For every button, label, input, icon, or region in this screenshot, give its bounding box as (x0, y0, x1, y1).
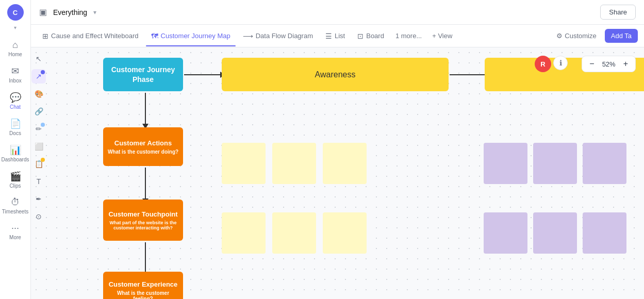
list-tab-label: List (335, 32, 345, 40)
customer-experience-block[interactable]: Customer Experience What is the customer… (103, 272, 183, 299)
arrow-v-line-1 (145, 93, 146, 124)
cause-effect-tab-icon: ⊞ (42, 32, 48, 40)
zoom-out-button[interactable]: − (586, 58, 597, 70)
customize-label: Customize (565, 32, 596, 40)
sidebar-item-docs-label: Docs (9, 130, 21, 136)
sticky-note-p1[interactable] (484, 143, 527, 184)
ce-title: Customer Experience (109, 280, 178, 288)
arrow-line-2 (450, 74, 486, 75)
cursor-tool[interactable]: ↗ (31, 69, 46, 84)
tab-customer-journey[interactable]: 🗺 Customer Journey Map (146, 29, 236, 43)
tab-cause-effect[interactable]: ⊞ Cause and Effect Whiteboard (37, 29, 144, 43)
share-button[interactable]: Share (600, 5, 636, 20)
sticky-note-p4[interactable] (484, 212, 527, 254)
home-icon: ⌂ (12, 40, 18, 51)
customer-touchpoint-block[interactable]: Customer Touchpoint What part of the web… (103, 200, 183, 241)
list-tab-icon: ☰ (325, 32, 332, 40)
canvas-user-avatar: R (535, 56, 551, 72)
customize-button[interactable]: ⚙ Customize (552, 30, 600, 42)
ct-title: Customer Touchpoint (108, 210, 177, 218)
sidebar-item-dashboards-label: Dashboards (2, 157, 29, 162)
note-tool[interactable]: 📋 (31, 157, 46, 171)
sticky-note-p3[interactable] (583, 143, 626, 184)
sidebar-item-docs[interactable]: 📄 Docs (2, 115, 29, 139)
color-tool[interactable]: 🎨 (31, 87, 46, 101)
network-tool[interactable]: ⊙ (31, 209, 46, 224)
canvas-info-button[interactable]: ℹ (553, 56, 568, 70)
dashboards-icon: 📊 (10, 144, 21, 156)
sidebar: C ▾ ⌂ Home ✉ Inbox 💬 Chat 📄 Docs 📊 Dashb… (0, 0, 31, 299)
ca-sub: What is the customer doing? (108, 149, 178, 155)
awareness-block[interactable]: Awareness (222, 58, 449, 91)
cjp-block-text: Customer Journey Phase (107, 65, 179, 84)
customer-journey-tab-label: Customer Journey Map (161, 32, 230, 40)
select-tool[interactable]: ↖ (31, 52, 46, 66)
customer-journey-phase-block[interactable]: Customer Journey Phase (103, 58, 183, 91)
text-tool[interactable]: T (31, 174, 46, 189)
sidebar-item-more[interactable]: ··· More (2, 220, 29, 243)
note-dot (41, 158, 45, 162)
sticky-note-p6[interactable] (583, 212, 626, 254)
awareness-text: Awareness (315, 70, 356, 79)
tabbar: ⊞ Cause and Effect Whiteboard 🗺 Customer… (31, 25, 644, 47)
header-chevron-icon[interactable]: ▾ (93, 9, 96, 16)
add-tab-button[interactable]: Add Ta (605, 29, 638, 43)
tab-view-button[interactable]: + View (428, 29, 456, 43)
board-tab-icon: ⊡ (357, 32, 364, 40)
avatar[interactable]: C (7, 4, 24, 21)
sticky-note-y3[interactable] (323, 143, 367, 184)
arrow-cjp-to-awareness (184, 72, 225, 78)
sticky-note-p5[interactable] (533, 212, 577, 254)
sidebar-item-inbox-label: Inbox (9, 78, 21, 84)
arrow-down-1 (142, 93, 148, 129)
tabbar-right: ⚙ Customize Add Ta (552, 29, 638, 43)
sidebar-item-inbox[interactable]: ✉ Inbox (2, 62, 29, 87)
sidebar-item-home-label: Home (8, 52, 22, 57)
sticky-note-p2[interactable] (533, 143, 577, 184)
left-tools: ↖ ↗ 🎨 🔗 ✏ ⬜ 📋 T ✒ ⊙ (31, 47, 46, 299)
docs-icon: 📄 (10, 118, 21, 129)
tab-list[interactable]: ☰ List (320, 29, 350, 43)
ca-title: Customer Actions (114, 139, 172, 147)
sticky-note-y1[interactable] (222, 143, 266, 184)
sidebar-item-home[interactable]: ⌂ Home (2, 37, 29, 60)
tab-board[interactable]: ⊡ Board (352, 29, 389, 43)
canvas[interactable]: ↖ ↗ 🎨 🔗 ✏ ⬜ 📋 T ✒ ⊙ R ℹ − (31, 47, 644, 299)
draw-tool[interactable]: ✒ (31, 192, 46, 206)
customize-icon: ⚙ (556, 32, 563, 40)
customer-actions-block[interactable]: Customer Actions What is the customer do… (103, 127, 183, 166)
sticky-note-y4[interactable] (222, 212, 266, 254)
sidebar-item-dashboards[interactable]: 📊 Dashboards (2, 141, 29, 165)
pen-tool[interactable]: ✏ (31, 122, 46, 136)
sidebar-item-more-label: More (9, 235, 21, 240)
board-tab-label: Board (366, 32, 384, 40)
pen-dot (41, 123, 45, 127)
tab-more[interactable]: 1 more... (391, 29, 426, 43)
sidebar-item-timesheets-label: Timesheets (2, 209, 28, 214)
sticky-note-y6[interactable] (323, 212, 367, 254)
arrow-line (184, 74, 220, 75)
sidebar-item-clips[interactable]: 🎬 Clips (2, 168, 29, 192)
clips-icon: 🎬 (10, 171, 21, 182)
sidebar-item-chat[interactable]: 💬 Chat (2, 89, 29, 113)
zoom-in-button[interactable]: + (620, 58, 631, 70)
sticky-note-y5[interactable] (272, 212, 316, 254)
tab-data-flow[interactable]: ⟶ Data Flow Diagram (238, 29, 318, 43)
shape-tool[interactable]: ⬜ (31, 139, 46, 154)
header-title: Everything (53, 8, 87, 16)
link-tool[interactable]: 🔗 (31, 104, 46, 119)
sidebar-item-chat-label: Chat (10, 104, 21, 110)
inbox-icon: ✉ (11, 65, 19, 77)
data-flow-tab-label: Data Flow Diagram (256, 32, 313, 40)
sidebar-item-clips-label: Clips (9, 183, 21, 189)
tool-active-dot (41, 70, 45, 74)
chat-icon: 💬 (10, 92, 21, 103)
ct-sub: What part of the website is the customer… (107, 220, 179, 230)
sidebar-item-timesheets[interactable]: ⏱ Timesheets (2, 194, 29, 218)
sidebar-chevron-icon[interactable]: ▾ (14, 25, 16, 30)
sticky-note-y2[interactable] (272, 143, 316, 184)
arrow-down-2 (142, 168, 148, 204)
customer-journey-tab-icon: 🗺 (151, 32, 158, 40)
zoom-controls: − 52% + (582, 56, 636, 72)
arrow-v-line-3 (145, 242, 146, 273)
